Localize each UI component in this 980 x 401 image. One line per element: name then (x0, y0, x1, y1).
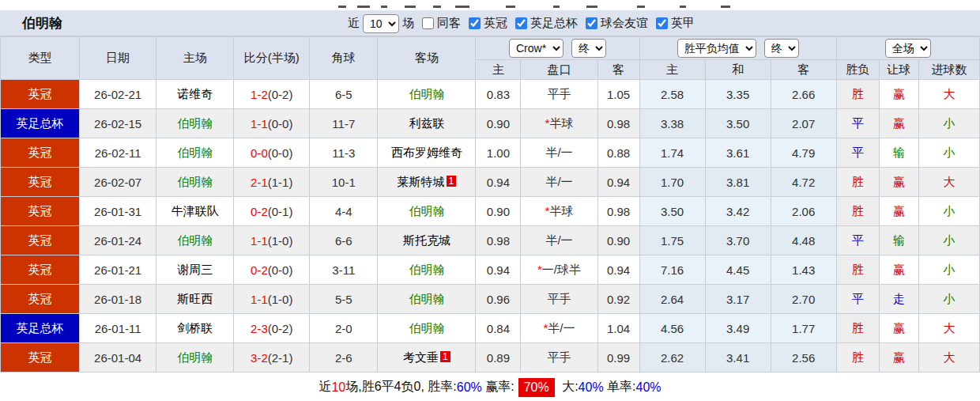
eu-away-odds: 4.72 (771, 168, 836, 197)
eu-home-odds: 1.70 (639, 168, 705, 197)
away-team[interactable]: 考文垂1 (378, 343, 476, 373)
home-team[interactable]: 伯明翰 (156, 226, 234, 255)
asian-away-odds: 0.90 (597, 226, 639, 255)
score-cell[interactable]: 1-1(0-0) (234, 109, 310, 138)
away-team[interactable]: 利兹联 (378, 109, 476, 138)
filter-label-yingguan: 英冠 (484, 16, 507, 31)
europe-odds-time-select[interactable]: 终 (764, 39, 799, 58)
league-badge: 英冠 (1, 285, 80, 314)
match-date: 26-02-11 (80, 138, 156, 168)
subcol-eu-draw: 和 (705, 60, 771, 80)
summary-handicap-label: 赢率: (482, 379, 514, 395)
score-cell[interactable]: 1-2(0-2) (234, 80, 310, 109)
away-team[interactable]: 伯明翰 (378, 197, 476, 226)
league-badge: 英冠 (1, 80, 80, 109)
eu-home-odds: 1.74 (639, 138, 705, 168)
table-row: 英冠 26-01-21 谢周三 0-2(0-0) 3-11 伯明翰 0.94 *… (1, 255, 980, 285)
subcol-asian-home: 主 (476, 60, 521, 80)
goals-result: 大 (918, 343, 979, 373)
match-date: 26-01-31 (80, 197, 156, 226)
asian-home-odds: 0.94 (476, 168, 521, 197)
asian-away-odds: 0.92 (597, 285, 639, 314)
clipped-text-fragment (553, 6, 560, 8)
score-cell[interactable]: 3-2(2-1) (234, 343, 310, 373)
summary-single-rate: 40% (636, 380, 662, 395)
score-cell[interactable]: 0-2(0-0) (234, 255, 310, 285)
goals-result: 大 (918, 168, 979, 197)
wdl-result: 平 (836, 285, 879, 314)
clipped-text-fragment (433, 6, 441, 8)
score-cell[interactable]: 2-3(0-2) (234, 314, 310, 343)
league-badge: 英冠 (1, 197, 80, 226)
eu-away-odds: 2.66 (771, 80, 836, 109)
col-header-type: 类型 (1, 37, 80, 80)
home-team[interactable]: 斯旺西 (156, 285, 234, 314)
home-team[interactable]: 牛津联队 (156, 197, 234, 226)
home-team[interactable]: 伯明翰 (156, 343, 234, 373)
odds-company-select[interactable]: Crow* (509, 39, 564, 58)
near-label: 近 (348, 16, 360, 31)
asian-line: *半球 (521, 197, 597, 226)
away-team[interactable]: 伯明翰 (378, 314, 476, 343)
match-history-panel: 伯明翰 近 10 场 同客 英冠 英足总杯 球会友谊 英甲 (0, 0, 980, 401)
clipped-text-fragment (721, 6, 730, 8)
asian-odds-time-select[interactable]: 终 (571, 39, 606, 58)
asian-odds-header: Crow* 终 (476, 37, 639, 60)
filter-checkbox-league1[interactable] (656, 17, 668, 29)
home-team[interactable]: 伯明翰 (156, 109, 234, 138)
away-team[interactable]: 斯托克城 (378, 226, 476, 255)
filter-checkbox-friendly[interactable] (586, 17, 597, 29)
eu-away-odds: 4.79 (771, 138, 836, 168)
clipped-text-fragment (381, 6, 387, 8)
eu-away-odds: 2.56 (771, 343, 836, 373)
filter-checkbox-facup[interactable] (515, 17, 527, 29)
home-team[interactable]: 谢周三 (156, 255, 234, 285)
score-cell[interactable]: 1-1(1-0) (234, 226, 310, 255)
summary-handicap-rate: 70% (518, 378, 555, 397)
summary-record: 场,胜6平4负0, 胜率: (345, 379, 456, 395)
home-team[interactable]: 诺维奇 (156, 80, 234, 109)
col-header-corner: 角球 (310, 37, 378, 80)
away-team[interactable]: 伯明翰 (378, 285, 476, 314)
eu-home-odds: 2.62 (639, 343, 705, 373)
match-date: 26-02-21 (80, 80, 156, 109)
clipped-text-fragment (586, 6, 597, 8)
clipped-text-fragment (506, 6, 515, 8)
asian-home-odds: 0.96 (476, 285, 521, 314)
score-cell[interactable]: 1-1(1-0) (234, 285, 310, 314)
away-team[interactable]: 西布罗姆维奇 (378, 138, 476, 168)
filter-controls: 近 10 场 同客 英冠 英足总杯 球会友谊 英甲 (348, 14, 698, 33)
eu-home-odds: 2.58 (639, 80, 705, 109)
handicap-result: 赢 (879, 255, 918, 285)
score-cell[interactable]: 0-0(0-0) (234, 138, 310, 168)
score-cell[interactable]: 2-1(1-1) (234, 168, 310, 197)
summary-big-label: 大: (559, 379, 579, 395)
summary-count: 10 (331, 380, 345, 395)
eu-draw-odds: 3.61 (705, 138, 771, 168)
games-count-select[interactable]: 10 (363, 14, 399, 33)
home-team[interactable]: 伯明翰 (156, 168, 234, 197)
away-team[interactable]: 伯明翰 (378, 255, 476, 285)
score-cell[interactable]: 0-2(0-1) (234, 197, 310, 226)
eu-away-odds: 2.70 (771, 285, 836, 314)
league-badge: 英冠 (1, 255, 80, 285)
col-header-date: 日期 (80, 37, 156, 80)
away-team[interactable]: 莱斯特城1 (378, 168, 476, 197)
filter-checkbox-yingguan[interactable] (469, 17, 481, 29)
europe-mode-select[interactable]: 胜平负均值 (677, 39, 756, 58)
goals-result: 小 (918, 285, 979, 314)
corners-cell: 2-0 (310, 314, 378, 343)
away-team[interactable]: 伯明翰 (378, 80, 476, 109)
table-row: 英冠 26-01-18 斯旺西 1-1(1-0) 5-5 伯明翰 0.96 平手… (1, 285, 980, 314)
clipped-text-fragment (455, 6, 469, 8)
subcol-eu-home: 主 (639, 60, 705, 80)
home-team[interactable]: 伯明翰 (156, 138, 234, 168)
asian-home-odds: 1.00 (476, 138, 521, 168)
handicap-result: 赢 (879, 80, 918, 109)
handicap-result: 赢 (879, 343, 918, 373)
same-away-checkbox[interactable] (422, 17, 434, 29)
eu-home-odds: 2.64 (639, 285, 705, 314)
scope-select[interactable]: 全场 (885, 39, 931, 58)
home-team[interactable]: 剑桥联 (156, 314, 234, 343)
summary-near-label: 近 (318, 379, 331, 395)
